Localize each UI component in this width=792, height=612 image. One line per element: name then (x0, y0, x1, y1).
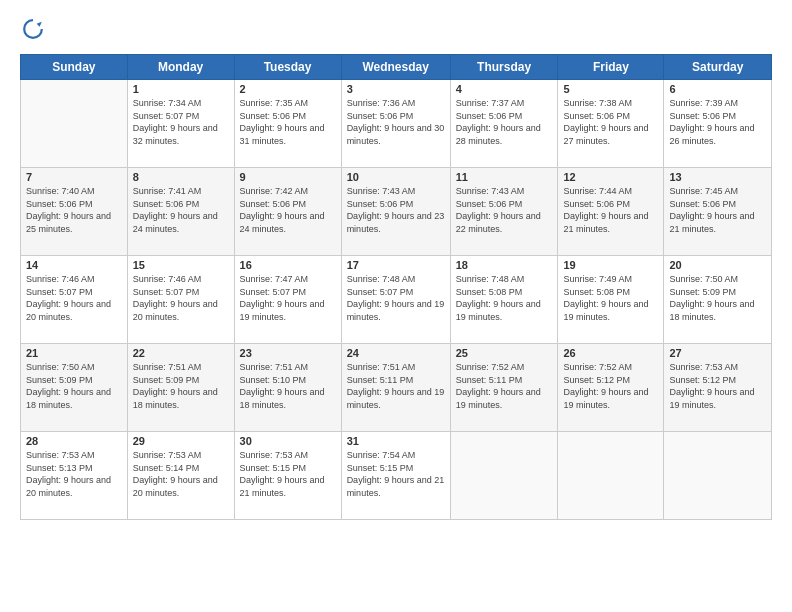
day-info: Sunrise: 7:40 AMSunset: 5:06 PMDaylight:… (26, 185, 122, 235)
calendar-cell: 9Sunrise: 7:42 AMSunset: 5:06 PMDaylight… (234, 168, 341, 256)
day-number: 21 (26, 347, 122, 359)
day-info: Sunrise: 7:48 AMSunset: 5:07 PMDaylight:… (347, 273, 445, 323)
calendar-week-row: 21Sunrise: 7:50 AMSunset: 5:09 PMDayligh… (21, 344, 772, 432)
calendar-cell: 27Sunrise: 7:53 AMSunset: 5:12 PMDayligh… (664, 344, 772, 432)
calendar-cell: 10Sunrise: 7:43 AMSunset: 5:06 PMDayligh… (341, 168, 450, 256)
day-info: Sunrise: 7:50 AMSunset: 5:09 PMDaylight:… (669, 273, 766, 323)
weekday-header-row: SundayMondayTuesdayWednesdayThursdayFrid… (21, 55, 772, 80)
day-number: 14 (26, 259, 122, 271)
calendar-cell: 2Sunrise: 7:35 AMSunset: 5:06 PMDaylight… (234, 80, 341, 168)
calendar-cell: 3Sunrise: 7:36 AMSunset: 5:06 PMDaylight… (341, 80, 450, 168)
day-info: Sunrise: 7:50 AMSunset: 5:09 PMDaylight:… (26, 361, 122, 411)
day-number: 6 (669, 83, 766, 95)
day-number: 18 (456, 259, 553, 271)
calendar-cell: 15Sunrise: 7:46 AMSunset: 5:07 PMDayligh… (127, 256, 234, 344)
day-info: Sunrise: 7:51 AMSunset: 5:10 PMDaylight:… (240, 361, 336, 411)
day-number: 10 (347, 171, 445, 183)
day-number: 4 (456, 83, 553, 95)
calendar-cell (558, 432, 664, 520)
day-info: Sunrise: 7:41 AMSunset: 5:06 PMDaylight:… (133, 185, 229, 235)
calendar-cell: 13Sunrise: 7:45 AMSunset: 5:06 PMDayligh… (664, 168, 772, 256)
weekday-header-sunday: Sunday (21, 55, 128, 80)
day-info: Sunrise: 7:48 AMSunset: 5:08 PMDaylight:… (456, 273, 553, 323)
day-info: Sunrise: 7:51 AMSunset: 5:11 PMDaylight:… (347, 361, 445, 411)
day-number: 9 (240, 171, 336, 183)
day-number: 2 (240, 83, 336, 95)
page: SundayMondayTuesdayWednesdayThursdayFrid… (0, 0, 792, 612)
day-info: Sunrise: 7:46 AMSunset: 5:07 PMDaylight:… (133, 273, 229, 323)
calendar-cell: 23Sunrise: 7:51 AMSunset: 5:10 PMDayligh… (234, 344, 341, 432)
day-number: 8 (133, 171, 229, 183)
day-number: 20 (669, 259, 766, 271)
weekday-header-thursday: Thursday (450, 55, 558, 80)
day-number: 12 (563, 171, 658, 183)
day-number: 11 (456, 171, 553, 183)
calendar-cell: 18Sunrise: 7:48 AMSunset: 5:08 PMDayligh… (450, 256, 558, 344)
weekday-header-tuesday: Tuesday (234, 55, 341, 80)
calendar-week-row: 1Sunrise: 7:34 AMSunset: 5:07 PMDaylight… (21, 80, 772, 168)
day-info: Sunrise: 7:44 AMSunset: 5:06 PMDaylight:… (563, 185, 658, 235)
calendar-cell: 19Sunrise: 7:49 AMSunset: 5:08 PMDayligh… (558, 256, 664, 344)
calendar-cell: 4Sunrise: 7:37 AMSunset: 5:06 PMDaylight… (450, 80, 558, 168)
day-number: 19 (563, 259, 658, 271)
day-number: 1 (133, 83, 229, 95)
calendar-cell: 30Sunrise: 7:53 AMSunset: 5:15 PMDayligh… (234, 432, 341, 520)
calendar-cell: 7Sunrise: 7:40 AMSunset: 5:06 PMDaylight… (21, 168, 128, 256)
calendar-cell: 31Sunrise: 7:54 AMSunset: 5:15 PMDayligh… (341, 432, 450, 520)
day-info: Sunrise: 7:53 AMSunset: 5:13 PMDaylight:… (26, 449, 122, 499)
day-info: Sunrise: 7:52 AMSunset: 5:11 PMDaylight:… (456, 361, 553, 411)
day-number: 24 (347, 347, 445, 359)
calendar-cell: 22Sunrise: 7:51 AMSunset: 5:09 PMDayligh… (127, 344, 234, 432)
day-info: Sunrise: 7:39 AMSunset: 5:06 PMDaylight:… (669, 97, 766, 147)
day-info: Sunrise: 7:42 AMSunset: 5:06 PMDaylight:… (240, 185, 336, 235)
day-info: Sunrise: 7:38 AMSunset: 5:06 PMDaylight:… (563, 97, 658, 147)
day-number: 25 (456, 347, 553, 359)
day-number: 30 (240, 435, 336, 447)
calendar-cell: 6Sunrise: 7:39 AMSunset: 5:06 PMDaylight… (664, 80, 772, 168)
calendar-cell: 26Sunrise: 7:52 AMSunset: 5:12 PMDayligh… (558, 344, 664, 432)
calendar-cell: 24Sunrise: 7:51 AMSunset: 5:11 PMDayligh… (341, 344, 450, 432)
day-info: Sunrise: 7:53 AMSunset: 5:15 PMDaylight:… (240, 449, 336, 499)
logo (20, 18, 44, 44)
calendar-cell: 14Sunrise: 7:46 AMSunset: 5:07 PMDayligh… (21, 256, 128, 344)
day-number: 15 (133, 259, 229, 271)
day-number: 3 (347, 83, 445, 95)
weekday-header-saturday: Saturday (664, 55, 772, 80)
day-info: Sunrise: 7:49 AMSunset: 5:08 PMDaylight:… (563, 273, 658, 323)
calendar-cell (21, 80, 128, 168)
day-number: 22 (133, 347, 229, 359)
calendar-cell: 17Sunrise: 7:48 AMSunset: 5:07 PMDayligh… (341, 256, 450, 344)
day-number: 16 (240, 259, 336, 271)
day-info: Sunrise: 7:35 AMSunset: 5:06 PMDaylight:… (240, 97, 336, 147)
day-number: 28 (26, 435, 122, 447)
day-number: 23 (240, 347, 336, 359)
day-number: 5 (563, 83, 658, 95)
day-info: Sunrise: 7:53 AMSunset: 5:12 PMDaylight:… (669, 361, 766, 411)
day-info: Sunrise: 7:43 AMSunset: 5:06 PMDaylight:… (456, 185, 553, 235)
calendar-cell: 1Sunrise: 7:34 AMSunset: 5:07 PMDaylight… (127, 80, 234, 168)
calendar-cell: 21Sunrise: 7:50 AMSunset: 5:09 PMDayligh… (21, 344, 128, 432)
calendar-week-row: 14Sunrise: 7:46 AMSunset: 5:07 PMDayligh… (21, 256, 772, 344)
day-number: 26 (563, 347, 658, 359)
day-info: Sunrise: 7:37 AMSunset: 5:06 PMDaylight:… (456, 97, 553, 147)
day-info: Sunrise: 7:43 AMSunset: 5:06 PMDaylight:… (347, 185, 445, 235)
day-info: Sunrise: 7:46 AMSunset: 5:07 PMDaylight:… (26, 273, 122, 323)
day-number: 29 (133, 435, 229, 447)
day-info: Sunrise: 7:45 AMSunset: 5:06 PMDaylight:… (669, 185, 766, 235)
day-info: Sunrise: 7:34 AMSunset: 5:07 PMDaylight:… (133, 97, 229, 147)
calendar-cell: 29Sunrise: 7:53 AMSunset: 5:14 PMDayligh… (127, 432, 234, 520)
calendar-week-row: 7Sunrise: 7:40 AMSunset: 5:06 PMDaylight… (21, 168, 772, 256)
day-number: 17 (347, 259, 445, 271)
calendar-cell: 25Sunrise: 7:52 AMSunset: 5:11 PMDayligh… (450, 344, 558, 432)
calendar-week-row: 28Sunrise: 7:53 AMSunset: 5:13 PMDayligh… (21, 432, 772, 520)
day-number: 13 (669, 171, 766, 183)
day-number: 31 (347, 435, 445, 447)
calendar-cell: 11Sunrise: 7:43 AMSunset: 5:06 PMDayligh… (450, 168, 558, 256)
calendar-cell (450, 432, 558, 520)
calendar-cell: 16Sunrise: 7:47 AMSunset: 5:07 PMDayligh… (234, 256, 341, 344)
weekday-header-friday: Friday (558, 55, 664, 80)
calendar-cell: 5Sunrise: 7:38 AMSunset: 5:06 PMDaylight… (558, 80, 664, 168)
calendar-cell: 12Sunrise: 7:44 AMSunset: 5:06 PMDayligh… (558, 168, 664, 256)
weekday-header-monday: Monday (127, 55, 234, 80)
day-number: 27 (669, 347, 766, 359)
